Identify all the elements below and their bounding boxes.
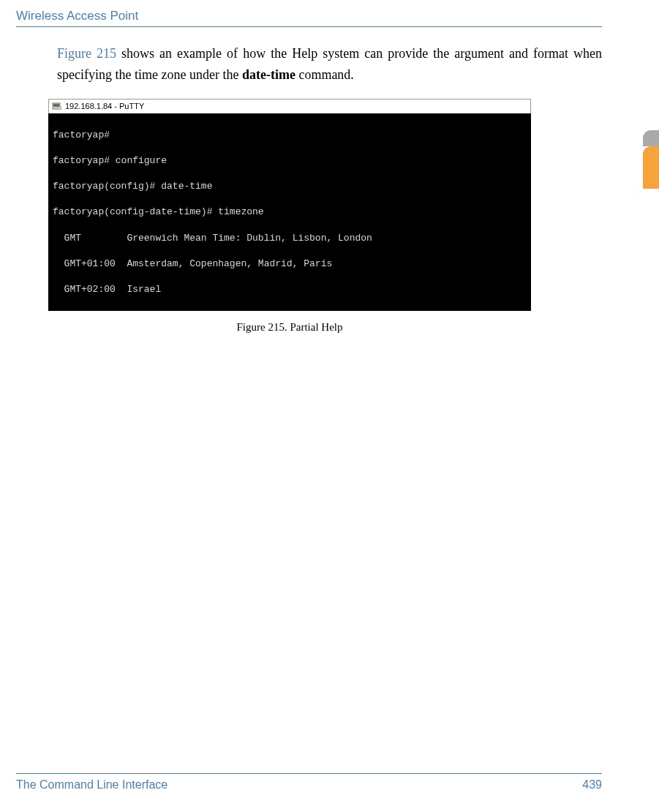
terminal-window: 192.168.1.84 - PuTTY factoryap# factorya… bbox=[48, 99, 531, 311]
putty-icon bbox=[52, 101, 62, 111]
footer-rule bbox=[16, 773, 602, 774]
terminal-line: GMT Greenwich Mean Time: Dublin, Lisbon,… bbox=[53, 232, 527, 245]
footer-page-number: 439 bbox=[582, 778, 602, 792]
figure-caption: Figure 215. Partial Help bbox=[48, 321, 531, 334]
svg-rect-1 bbox=[53, 104, 59, 107]
svg-rect-2 bbox=[58, 107, 61, 110]
terminal-line: factoryap# bbox=[53, 129, 527, 142]
terminal-line: factoryap(config-date-time)# timezone bbox=[53, 206, 527, 219]
terminal-line: GMT+01:00 Amsterdam, Copenhagen, Madrid,… bbox=[53, 257, 527, 271]
terminal-body: factoryap# factoryap# configure factorya… bbox=[48, 113, 531, 311]
terminal-line: GMT+02:00 Israel bbox=[53, 283, 527, 296]
page-header-title: Wireless Access Point bbox=[0, 0, 659, 26]
page-edge-tab bbox=[643, 146, 659, 189]
paragraph-text-2: command. bbox=[295, 67, 354, 82]
body-paragraph: Figure 215 shows an example of how the H… bbox=[57, 43, 602, 86]
terminal-line: factoryap(config)# date-time bbox=[53, 180, 527, 193]
terminal-titlebar: 192.168.1.84 - PuTTY bbox=[48, 99, 531, 113]
footer-section-title: The Command Line Interface bbox=[16, 778, 167, 792]
terminal-titlebar-text: 192.168.1.84 - PuTTY bbox=[65, 102, 144, 110]
command-name-bold: date-time bbox=[242, 67, 295, 82]
figure-reference-link[interactable]: Figure 215 bbox=[57, 46, 116, 61]
page-footer: The Command Line Interface 439 bbox=[16, 773, 602, 792]
terminal-line: GMT+03:00 Moscow, St. Petersburg, Volgog… bbox=[53, 309, 527, 311]
header-rule bbox=[16, 26, 602, 27]
terminal-line: factoryap# configure bbox=[53, 154, 527, 168]
